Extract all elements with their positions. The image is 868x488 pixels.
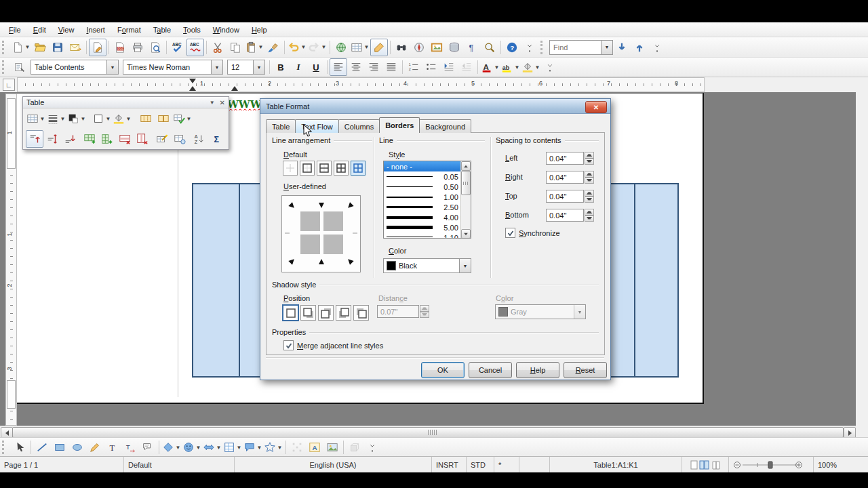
autospellcheck-button[interactable]: ABC <box>186 39 204 56</box>
undo-button[interactable]: ▼ <box>287 39 307 56</box>
draw-overflow-button[interactable] <box>363 439 381 456</box>
bottom-spacing-value[interactable]: 0.04" <box>546 209 584 222</box>
align-bottom-button[interactable] <box>61 130 79 148</box>
horizontal-scroll-thumb[interactable] <box>12 427 844 438</box>
cut-button[interactable] <box>209 39 226 56</box>
left-spacing-value[interactable]: 0.04" <box>546 152 584 165</box>
menu-format[interactable]: Format <box>111 24 147 35</box>
help-button[interactable]: Help <box>516 362 559 378</box>
menu-table[interactable]: Table <box>147 24 177 35</box>
italic-button[interactable]: I <box>290 58 307 76</box>
help-button[interactable]: ? <box>503 39 521 56</box>
find-next-button[interactable] <box>613 39 631 56</box>
menu-insert[interactable]: Insert <box>80 24 111 35</box>
left-spacing-field[interactable]: 0.04" <box>546 152 594 165</box>
flowcharts-button[interactable]: ▼ <box>222 439 243 456</box>
hyperlink-button[interactable] <box>332 39 350 56</box>
font-color-button[interactable]: A▼ <box>480 58 500 76</box>
redo-button-dropdown-icon[interactable]: ▼ <box>321 44 327 50</box>
background-color-button[interactable]: ▼ <box>521 58 541 76</box>
menu-view[interactable]: View <box>52 24 81 35</box>
zoom-button[interactable] <box>481 39 498 56</box>
line-style-option[interactable]: - none - <box>384 161 471 171</box>
menu-file[interactable]: File <box>3 24 27 35</box>
shadow-bottom-left-button[interactable] <box>336 305 351 321</box>
paragraph-style-dropdown-icon[interactable]: ▼ <box>106 60 118 74</box>
list-scroll-thumb[interactable] <box>461 171 471 195</box>
callouts-button[interactable] <box>139 439 157 456</box>
merge-adjacent-checkbox[interactable]: Merge adjacent line styles <box>283 340 383 350</box>
list-scrollbar[interactable] <box>460 161 471 238</box>
dialog-close-button[interactable]: ✕ <box>585 101 607 113</box>
borders-button-dropdown-icon[interactable]: ▼ <box>105 116 111 122</box>
status-table-cell[interactable]: Table1:A1:K1 <box>550 457 682 472</box>
status-zoom-level[interactable]: 100% <box>814 457 850 472</box>
optimize-button[interactable]: ▼ <box>172 110 193 127</box>
bold-button[interactable]: B <box>272 58 290 76</box>
line-color-dropdown-icon[interactable]: ▼ <box>459 259 471 272</box>
sum-button[interactable]: Σ <box>208 130 226 148</box>
preset-no-borders-button[interactable] <box>283 161 298 176</box>
new-document-button[interactable]: ▼ <box>11 39 31 56</box>
insert-table-button-dropdown-icon[interactable]: ▼ <box>363 44 370 50</box>
split-cells-button[interactable] <box>155 110 172 127</box>
table-background-color-button-dropdown-icon[interactable]: ▼ <box>125 116 132 122</box>
increase-indent-button[interactable] <box>440 58 458 76</box>
right-spacing-value[interactable]: 0.04" <box>546 171 584 184</box>
vertical-ruler[interactable]: 1123 <box>5 94 17 426</box>
format-paintbrush-button[interactable] <box>264 39 282 56</box>
export-pdf-button[interactable]: PDF <box>111 39 129 56</box>
text-button[interactable]: T <box>104 439 121 456</box>
line-color-button-dropdown-icon[interactable]: ▼ <box>80 116 86 122</box>
hanging-indent-marker[interactable] <box>189 86 196 91</box>
font-color-button-dropdown-icon[interactable]: ▼ <box>494 64 500 70</box>
new-document-button-dropdown-icon[interactable]: ▼ <box>24 44 31 50</box>
edit-file-button[interactable] <box>89 39 106 56</box>
scroll-down-button[interactable] <box>461 229 471 239</box>
numbering-button[interactable]: 12 <box>405 58 422 76</box>
scroll-up-button[interactable] <box>461 161 471 171</box>
block-arrows-button-dropdown-icon[interactable]: ▼ <box>216 445 222 451</box>
callout-shapes-button-dropdown-icon[interactable]: ▼ <box>256 445 262 451</box>
line-style-button[interactable]: ▼ <box>46 110 66 127</box>
text-animation-button[interactable]: T <box>121 439 139 456</box>
find-dropdown-icon[interactable]: ▼ <box>601 41 612 54</box>
left-spacing-spinner[interactable] <box>585 152 594 165</box>
tab-text-flow[interactable]: Text Flow <box>295 119 338 133</box>
status-selection-mode[interactable]: STD <box>467 457 494 472</box>
right-spacing-spinner[interactable] <box>585 171 594 184</box>
status-zoom-slider[interactable] <box>729 457 814 472</box>
fontwork-gallery-button[interactable]: A <box>306 439 323 456</box>
toolbar-close-icon[interactable]: ✕ <box>220 99 225 106</box>
tab-table[interactable]: Table <box>266 119 296 133</box>
tab-stop-selector[interactable]: ∟ <box>3 79 15 91</box>
freeform-line-button[interactable] <box>86 439 104 456</box>
align-top-button[interactable] <box>26 130 43 148</box>
symbol-shapes-button-dropdown-icon[interactable]: ▼ <box>195 445 201 451</box>
borders-button[interactable]: ▼ <box>92 110 112 127</box>
find-overflow-button[interactable] <box>648 39 666 56</box>
right-spacing-field[interactable]: 0.04" <box>546 171 594 184</box>
table-column-border[interactable] <box>239 184 240 376</box>
styles-panel-button[interactable] <box>11 58 28 76</box>
table-insert-button[interactable]: ▼ <box>26 110 46 127</box>
flowcharts-button-dropdown-icon[interactable]: ▼ <box>236 445 242 451</box>
sort-button[interactable]: AZ <box>191 130 208 148</box>
select-button[interactable] <box>11 439 28 456</box>
shadow-bottom-right-button[interactable] <box>300 305 316 321</box>
cancel-button[interactable]: Cancel <box>469 362 512 378</box>
toolbar-grip[interactable] <box>2 60 9 74</box>
basic-shapes-button[interactable]: ▼ <box>161 439 182 456</box>
bottom-spacing-field[interactable]: 0.04" <box>546 209 594 222</box>
reset-button[interactable]: Reset <box>564 362 607 378</box>
fmt-overflow-button[interactable] <box>541 58 559 76</box>
align-left-button[interactable] <box>330 58 347 76</box>
font-size-select[interactable]: 12 ▼ <box>227 60 265 75</box>
tab-columns[interactable]: Columns <box>338 119 380 133</box>
status-signature[interactable] <box>519 457 550 472</box>
table-background-color-button[interactable]: ▼ <box>112 110 132 127</box>
stars-button[interactable]: ▼ <box>263 439 283 456</box>
font-name-select[interactable]: Times New Roman ▼ <box>123 60 223 75</box>
table-column-border[interactable] <box>634 184 635 376</box>
insert-column-button[interactable] <box>98 130 116 148</box>
